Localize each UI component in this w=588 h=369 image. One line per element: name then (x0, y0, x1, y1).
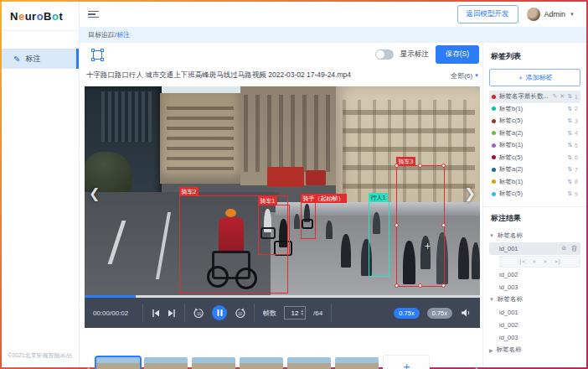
delete-label-icon[interactable]: ✕ (560, 93, 565, 100)
label-name: 标签c(5) (499, 117, 567, 125)
label-row[interactable]: 标签c(5) ⇅9 (489, 188, 580, 200)
result-group-header[interactable]: ▶标签名称 (489, 344, 580, 356)
swap-icon[interactable]: ⇅ (567, 166, 572, 173)
next-frame-icon[interactable] (168, 309, 176, 317)
video-canvas[interactable]: 骑车2骑车1骑手（起始帧）行人1骑车3 ❮ ❯ ＋ (85, 86, 480, 295)
result-id-row[interactable]: id_002 (489, 319, 580, 331)
label-color-dot (492, 119, 496, 123)
label-color-dot (492, 192, 496, 196)
frame-spinner[interactable]: ▲▼ (301, 307, 304, 319)
back-to-model-dev-button[interactable]: 返回模型开发 (457, 5, 518, 23)
delete-annotation-icon[interactable] (571, 245, 577, 252)
label-color-dot (492, 131, 496, 135)
label-row[interactable]: 标签c(5) ⇅3 (489, 115, 580, 127)
resize-handle[interactable] (441, 164, 446, 168)
label-name: 标签a(2) (499, 129, 567, 138)
label-row[interactable]: 标签c(5) ⇅6 (489, 152, 580, 164)
prev-video-chevron-icon[interactable]: ❮ (89, 185, 100, 201)
annotation-box-label: 骑车3 (396, 157, 416, 166)
result-id-row[interactable]: id_002 (489, 268, 580, 281)
first-frame-icon[interactable]: |< (518, 258, 525, 265)
result-id-row[interactable]: id_003 (489, 331, 580, 344)
video-thumbnail[interactable] (287, 357, 331, 369)
next-frame-icon[interactable]: > (544, 258, 547, 265)
resize-handle[interactable] (395, 223, 399, 227)
label-name: 标签c(5) (499, 190, 567, 198)
video-thumbnail[interactable] (240, 357, 283, 369)
add-label-button[interactable]: ＋ 添加标签 (489, 69, 580, 86)
result-group-header[interactable]: ▼标签名称 (489, 230, 580, 242)
bounding-box-tool-icon[interactable] (91, 49, 104, 61)
forward-10-icon[interactable]: 10 (235, 308, 245, 319)
video-progress-bar[interactable] (85, 295, 480, 298)
resize-handle[interactable] (395, 164, 399, 168)
label-row[interactable]: 标签b(1) ⇅8 (489, 176, 580, 189)
swap-icon[interactable]: ⇅ (567, 179, 572, 185)
chevron-down-icon: ▼ (489, 233, 494, 238)
resize-handle[interactable] (418, 164, 422, 168)
swap-icon[interactable]: ⇅ (567, 130, 572, 137)
show-annotation-toggle[interactable] (375, 49, 394, 60)
collapse-sidebar-icon[interactable] (88, 9, 99, 20)
save-button[interactable]: 保存(S) (436, 45, 479, 64)
playback-speed-pill[interactable]: 0.75x (394, 308, 419, 319)
prev-frame-icon[interactable] (152, 309, 160, 317)
swap-icon[interactable]: ⇅ (567, 190, 572, 197)
sidebar-item-annotation[interactable]: ✎ 标注 (2, 49, 79, 69)
annotation-box[interactable]: 骑车1 (258, 205, 290, 255)
breadcrumb-parent[interactable]: 目标追踪 (88, 30, 115, 39)
swap-icon[interactable]: ⇅ (567, 93, 572, 100)
label-color-dot (492, 95, 496, 99)
add-video-button[interactable]: ＋ 添加视频 (383, 355, 430, 369)
result-group-header[interactable]: ▼标签名称 (489, 294, 580, 306)
volume-icon[interactable] (462, 309, 472, 317)
last-frame-icon[interactable]: >| (554, 258, 561, 265)
avatar (527, 8, 540, 21)
annotation-box-label: 骑车1 (258, 196, 278, 205)
rewind-10-icon[interactable]: 10 (193, 308, 204, 319)
result-id-row[interactable]: id_001⊘ (489, 242, 580, 255)
playback-speed-pill[interactable]: 0.75x (427, 308, 452, 319)
user-menu[interactable]: Admin ▼ (527, 8, 575, 21)
video-thumbnail[interactable] (335, 357, 379, 369)
label-row[interactable]: 标签a(2) ⇅7 (489, 164, 580, 176)
edit-label-icon[interactable]: ✎ (552, 93, 557, 100)
result-id: id_002 (499, 321, 518, 329)
swap-icon[interactable]: ⇅ (567, 154, 572, 161)
video-thumbnail[interactable] (192, 357, 235, 369)
next-video-chevron-icon[interactable]: ❯ (465, 185, 476, 201)
result-id-row[interactable]: id_003 (489, 281, 580, 294)
label-row[interactable]: 标签b(1) ⇅5 (489, 139, 580, 152)
label-list-title: 标签列表 (491, 51, 580, 62)
app-window: NeuroBot ✎ 标注 ©2021北京矩视智能出品 返回模型开发 Admin… (0, 0, 588, 369)
result-id: id_003 (499, 334, 518, 341)
annotation-box[interactable]: 行人1 (369, 201, 389, 277)
filmstrip-left-chevron-icon[interactable]: ❮ (81, 366, 94, 369)
label-row[interactable]: 标签名字最长数... ✎✕⇅1 (489, 91, 580, 103)
video-thumbnail[interactable] (96, 357, 140, 369)
label-row[interactable]: 标签a(2) ⇅4 (489, 127, 580, 140)
annotation-results-title: 标注结果 (491, 213, 580, 224)
resize-handle[interactable] (395, 283, 399, 288)
label-color-dot (492, 179, 496, 184)
svg-text:10: 10 (197, 312, 202, 316)
result-id-row[interactable]: id_001 (489, 306, 580, 319)
resize-handle[interactable] (441, 223, 446, 227)
pause-button[interactable] (212, 305, 227, 320)
swap-icon[interactable]: ⇅ (567, 117, 572, 124)
swap-icon[interactable]: ⇅ (567, 106, 572, 112)
annotation-box[interactable]: 骑车3 (396, 165, 445, 287)
resize-handle[interactable] (441, 283, 446, 288)
breadcrumb-current: 标注 (116, 30, 130, 39)
swap-icon[interactable]: ⇅ (567, 142, 572, 148)
annotation-box[interactable]: 骑手（起始帧） (301, 202, 316, 239)
label-shortcut: 3 (575, 118, 578, 124)
resize-handle[interactable] (418, 283, 422, 288)
hide-annotation-icon[interactable]: ⊘ (561, 245, 566, 252)
result-id: id_003 (499, 283, 518, 291)
prev-frame-icon[interactable]: < (533, 258, 536, 265)
label-row[interactable]: 标签b(1) ⇅2 (489, 103, 580, 116)
video-filter-dropdown[interactable]: 全部(6)▼ (451, 71, 479, 81)
video-thumbnail[interactable] (144, 357, 188, 369)
frame-number-input[interactable]: 12 ▲▼ (284, 306, 306, 320)
